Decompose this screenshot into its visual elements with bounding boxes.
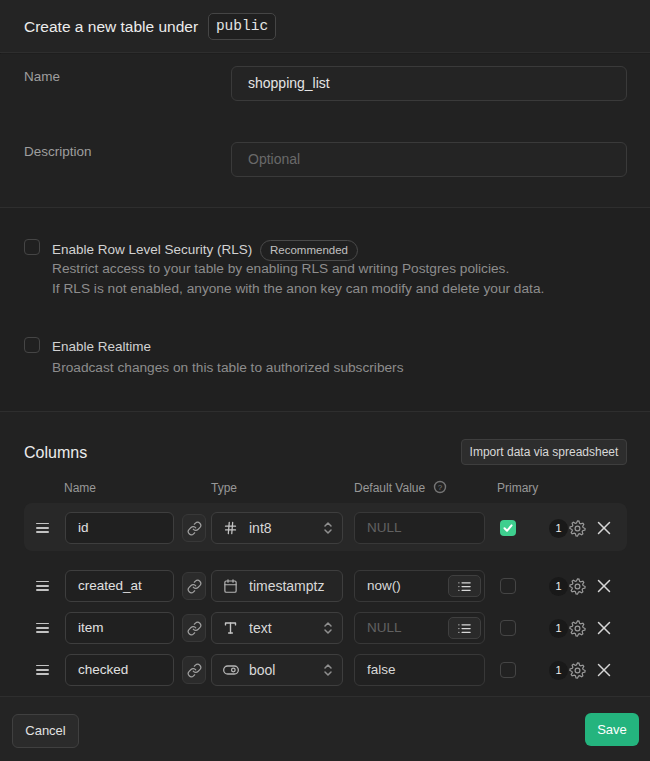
svg-text:?: ? [438, 483, 443, 492]
